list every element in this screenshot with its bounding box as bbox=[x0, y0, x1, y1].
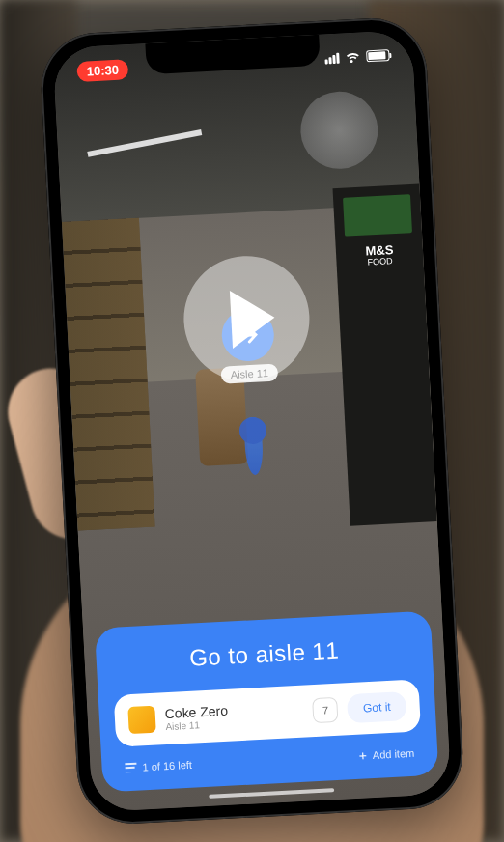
camera-view-shelf-right bbox=[333, 184, 437, 526]
phone-frame: M&S FOOD 10:30 bbox=[39, 15, 465, 827]
ar-location-pin bbox=[243, 417, 264, 476]
shopping-item-card[interactable]: Coke Zero Aisle 11 7 Got it bbox=[114, 679, 421, 746]
navigation-card: Go to aisle 11 Coke Zero Aisle 11 7 Got … bbox=[95, 611, 438, 793]
add-item-button[interactable]: + Add item bbox=[358, 745, 414, 764]
plus-icon: + bbox=[358, 747, 367, 763]
add-item-label: Add item bbox=[373, 747, 415, 761]
got-it-button[interactable]: Got it bbox=[347, 691, 406, 723]
battery-icon bbox=[366, 49, 390, 62]
instruction-text: Go to aisle 11 bbox=[111, 632, 417, 675]
store-sign: M&S FOOD bbox=[348, 242, 412, 269]
phone-screen: M&S FOOD 10:30 bbox=[53, 30, 452, 812]
quantity-badge[interactable]: 7 bbox=[312, 697, 338, 723]
video-play-button[interactable] bbox=[181, 253, 313, 385]
product-icon bbox=[127, 706, 155, 734]
wifi-icon bbox=[345, 51, 361, 64]
camera-view-shelf-left bbox=[62, 218, 155, 531]
list-icon bbox=[125, 763, 137, 773]
progress-text: 1 of 16 left bbox=[142, 759, 192, 773]
recording-time-pill[interactable]: 10:30 bbox=[76, 59, 128, 82]
cellular-signal-icon bbox=[324, 52, 340, 64]
play-icon bbox=[229, 289, 275, 349]
list-progress-button[interactable]: 1 of 16 left bbox=[125, 759, 192, 774]
